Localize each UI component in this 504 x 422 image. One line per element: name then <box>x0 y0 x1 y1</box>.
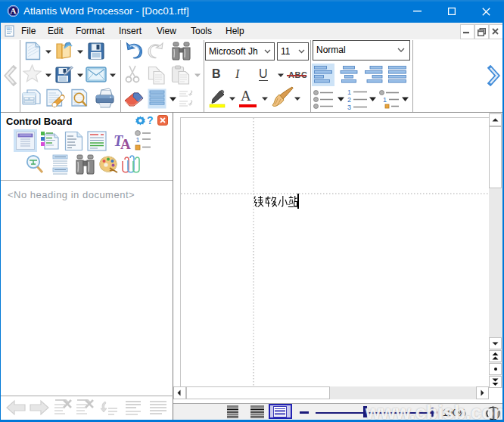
svg-text:3: 3 <box>347 104 351 110</box>
svg-text:1: 1 <box>136 136 140 144</box>
svg-text:A: A <box>11 6 17 15</box>
svg-text:1: 1 <box>347 88 351 96</box>
svg-text:1: 1 <box>383 96 387 104</box>
svg-text:2: 2 <box>347 96 351 104</box>
svg-text:A: A <box>120 136 131 151</box>
